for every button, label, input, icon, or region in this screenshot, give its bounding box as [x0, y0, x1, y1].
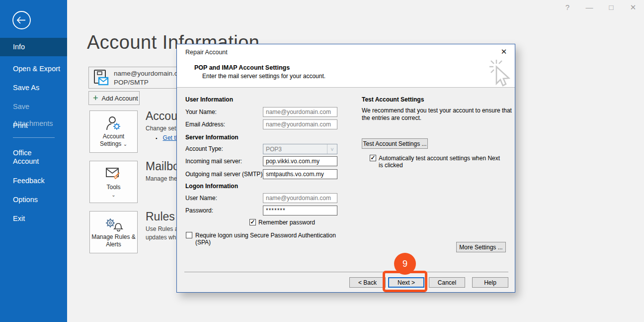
sidebar-item-feedback[interactable]: Feedback	[0, 172, 67, 189]
maximize-icon[interactable]: □	[606, 3, 616, 12]
help-icon[interactable]: ?	[563, 3, 572, 12]
sidebar-item-office-account[interactable]: Office Account	[0, 148, 55, 166]
password-input[interactable]: *******	[263, 206, 337, 215]
password-label: Password:	[185, 207, 213, 214]
auto-test-checkbox[interactable]: ✓	[370, 155, 376, 161]
section-account-line: Change sett	[146, 125, 178, 132]
minimize-icon[interactable]: —	[584, 3, 594, 12]
test-account-settings-button[interactable]: Test Account Settings ...	[362, 138, 428, 149]
section-rules-line2: updates wh	[146, 234, 176, 241]
chevron-down-icon: ⌄	[111, 192, 115, 198]
chevron-down-icon: ⌄	[123, 141, 127, 147]
tools-label: Tools ⌄	[91, 184, 136, 199]
back-arrow-icon	[12, 10, 31, 30]
step-number-badge: 9	[394, 253, 416, 275]
back-button[interactable]	[12, 10, 31, 30]
tools-icon	[104, 166, 123, 182]
remember-password-label: Remember password	[258, 219, 315, 226]
backstage-sidebar: Info Open & Export Save As Save Attachme…	[0, 0, 67, 322]
window-close-icon[interactable]: ✕	[628, 3, 638, 12]
sidebar-item-save-as[interactable]: Save As	[0, 79, 67, 96]
user-information-heading: User Information	[185, 96, 233, 103]
plus-icon: +	[93, 94, 98, 102]
rules-alerts-icon	[104, 216, 124, 231]
spa-checkbox[interactable]	[186, 232, 192, 238]
sidebar-item-print[interactable]: Print	[0, 117, 67, 134]
sidebar-divider	[13, 137, 55, 138]
your-name-input[interactable]: name@yourdomain.com	[263, 107, 337, 117]
user-name-label: User Name:	[185, 195, 217, 202]
help-button[interactable]: Help	[472, 277, 508, 288]
add-account-label: Add Account	[102, 95, 138, 102]
email-address-label: Email Address:	[185, 121, 225, 128]
tools-button[interactable]: Tools ⌄	[89, 161, 138, 203]
spa-label: Require logon using Secure Password Auth…	[195, 232, 342, 246]
repair-account-dialog: Repair Account ✕ POP and IMAP Account Se…	[176, 44, 515, 293]
sidebar-item-options[interactable]: Options	[0, 191, 67, 208]
outgoing-server-label: Outgoing mail server (SMTP):	[185, 171, 264, 178]
sidebar-item-open-export[interactable]: Open & Export	[0, 60, 67, 77]
cancel-button[interactable]: Cancel	[429, 277, 465, 288]
manage-rules-alerts-button[interactable]: Manage Rules & Alerts	[89, 211, 138, 253]
dialog-subheading: Enter the mail server settings for your …	[202, 73, 325, 80]
account-settings-label: Account Settings ⌄	[91, 133, 136, 148]
auto-test-label: Automatically test account settings when…	[379, 155, 503, 169]
incoming-server-input[interactable]: pop.vikki.vo.com.my	[263, 156, 337, 166]
server-information-heading: Server Information	[185, 134, 239, 141]
outgoing-server-input[interactable]: smtpauths.vo.com.my	[263, 169, 337, 179]
logon-information-heading: Logon Information	[185, 183, 238, 190]
your-name-label: Your Name:	[185, 108, 217, 115]
email-address-input[interactable]: name@yourdomain.com	[263, 119, 337, 129]
dialog-title: Repair Account	[185, 49, 228, 56]
sidebar-item-save-attachments: Save Attachments	[0, 98, 67, 115]
next-button[interactable]: Next >	[388, 277, 424, 288]
user-name-input[interactable]: name@yourdomain.com	[263, 193, 337, 203]
account-settings-button[interactable]: Account Settings ⌄	[89, 110, 138, 153]
account-type-label: Account Type:	[185, 145, 223, 152]
account-type-select[interactable]: POP3 ˅	[263, 144, 337, 154]
more-settings-button[interactable]: More Settings ...	[456, 242, 506, 252]
back-button-dialog[interactable]: < Back	[349, 277, 386, 288]
add-account-button[interactable]: + Add Account	[88, 91, 140, 105]
mail-account-icon	[93, 69, 109, 87]
section-mailbox-line: Manage the	[146, 175, 177, 182]
section-rules-line1: Use Rules ar	[146, 225, 180, 232]
dialog-close-icon[interactable]: ✕	[499, 47, 508, 56]
account-selector[interactable]: name@yourdomain.com POP/SMTP	[88, 67, 186, 89]
test-account-settings-heading: Test Account Settings	[362, 96, 424, 103]
dialog-heading: POP and IMAP Account Settings	[194, 64, 290, 71]
sidebar-item-exit[interactable]: Exit	[0, 210, 67, 227]
combo-arrow-icon: ˅	[327, 144, 337, 154]
footer-divider	[184, 272, 508, 272]
window-controls: ? — □ ✕	[563, 3, 638, 12]
test-account-description: We recommend that you test your account …	[362, 107, 513, 122]
bullet-icon: ▪	[156, 136, 157, 141]
remember-password-checkbox[interactable]: ✓	[249, 219, 256, 225]
account-settings-icon	[105, 116, 123, 131]
manage-rules-label: Manage Rules & Alerts	[91, 233, 136, 248]
incoming-server-label: Incoming mail server:	[185, 158, 242, 165]
sidebar-item-info[interactable]: Info	[0, 38, 67, 56]
